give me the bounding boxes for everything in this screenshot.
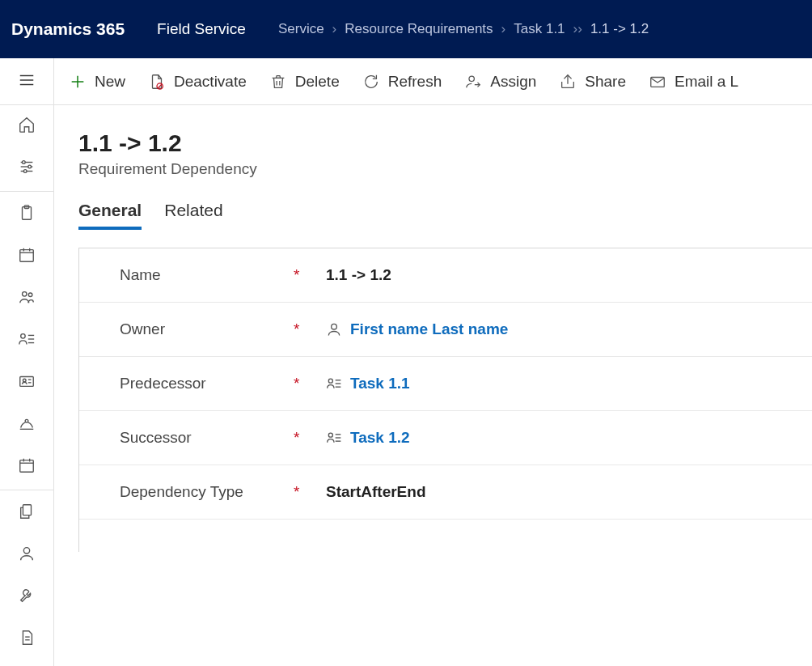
- svg-point-8: [23, 170, 27, 173]
- new-button[interactable]: New: [69, 73, 125, 91]
- svg-point-51: [328, 433, 332, 437]
- nav-clipboard[interactable]: [0, 193, 53, 235]
- field-label: Owner: [120, 320, 294, 338]
- email-label: Email a L: [675, 73, 738, 91]
- chevron-double-right-icon: ››: [573, 21, 582, 37]
- share-button[interactable]: Share: [559, 73, 626, 91]
- field-value[interactable]: 1.1 -> 1.2: [326, 266, 391, 284]
- field-value-lookup[interactable]: First name Last name: [326, 320, 508, 338]
- app-name[interactable]: Dynamics 365: [11, 19, 125, 39]
- successor-link[interactable]: Task 1.2: [350, 429, 410, 447]
- field-owner[interactable]: Owner * First name Last name: [79, 303, 812, 357]
- hamburger-icon: [18, 71, 36, 92]
- svg-point-44: [469, 76, 474, 81]
- required-indicator: *: [294, 483, 326, 501]
- nav-calendar-2[interactable]: [0, 446, 53, 488]
- svg-point-15: [23, 292, 27, 297]
- chevron-right-icon: ›: [501, 21, 506, 37]
- nav-service[interactable]: [0, 404, 53, 446]
- required-indicator: *: [294, 375, 326, 392]
- person-list-icon: [18, 330, 36, 351]
- refresh-icon: [362, 73, 380, 91]
- breadcrumb-task[interactable]: Task 1.1: [514, 21, 565, 37]
- tab-related[interactable]: Related: [164, 201, 222, 230]
- breadcrumb-service[interactable]: Service: [278, 21, 324, 37]
- refresh-button[interactable]: Refresh: [362, 73, 442, 91]
- left-nav-rail: [0, 58, 54, 666]
- field-value-lookup[interactable]: Task 1.2: [326, 429, 410, 447]
- nav-person-list[interactable]: [0, 320, 53, 362]
- nav-sliders[interactable]: [0, 147, 53, 189]
- field-label: Dependency Type: [120, 483, 294, 501]
- delete-button[interactable]: Delete: [269, 73, 340, 91]
- deactivate-button[interactable]: Deactivate: [148, 73, 247, 91]
- home-icon: [18, 116, 36, 137]
- nav-person[interactable]: [0, 534, 53, 576]
- svg-point-35: [23, 548, 29, 554]
- delete-label: Delete: [295, 73, 340, 91]
- command-bar: New Deactivate Delete Refresh: [54, 58, 812, 105]
- tab-general[interactable]: General: [78, 201, 142, 230]
- form-section-general: Name * 1.1 -> 1.2 Owner * First name Las…: [78, 248, 812, 552]
- predecessor-link[interactable]: Task 1.1: [350, 375, 410, 392]
- nav-divider: [0, 490, 53, 490]
- nav-wrench[interactable]: [0, 576, 53, 618]
- plus-icon: [69, 73, 87, 91]
- breadcrumb-current: 1.1 -> 1.2: [590, 21, 649, 37]
- nav-id-card[interactable]: [0, 362, 53, 404]
- service-icon: [18, 414, 36, 435]
- field-value[interactable]: StartAfterEnd: [326, 483, 426, 501]
- svg-point-22: [23, 379, 26, 382]
- svg-point-47: [328, 379, 332, 383]
- calendar-icon: [18, 456, 36, 477]
- field-predecessor[interactable]: Predecessor * Task 1.1: [79, 357, 812, 411]
- person-list-icon: [326, 375, 342, 392]
- field-successor[interactable]: Successor * Task 1.2: [79, 411, 812, 465]
- nav-document[interactable]: [0, 618, 53, 660]
- calendar-icon: [18, 246, 36, 267]
- documents-icon: [18, 503, 36, 524]
- svg-point-17: [21, 334, 26, 339]
- field-dependency-type[interactable]: Dependency Type * StartAfterEnd: [79, 465, 812, 520]
- nav-toggle[interactable]: [0, 58, 53, 105]
- field-value-lookup[interactable]: Task 1.1: [326, 375, 410, 392]
- svg-point-25: [25, 419, 28, 422]
- svg-rect-21: [20, 377, 34, 387]
- person-icon: [326, 321, 342, 337]
- assign-button[interactable]: Assign: [464, 73, 536, 91]
- breadcrumb-resource-requirements[interactable]: Resource Requirements: [345, 21, 493, 37]
- deactivate-icon: [148, 73, 166, 91]
- svg-point-7: [28, 165, 32, 168]
- nav-documents[interactable]: [0, 492, 53, 534]
- deactivate-label: Deactivate: [174, 73, 247, 91]
- field-label: Name: [120, 266, 294, 284]
- owner-link[interactable]: First name Last name: [350, 320, 508, 338]
- assign-label: Assign: [490, 73, 536, 91]
- required-indicator: *: [294, 429, 326, 447]
- field-label: Successor: [120, 429, 294, 447]
- person-icon: [18, 545, 36, 566]
- record-title: 1.1 -> 1.2: [78, 129, 812, 157]
- required-indicator: *: [294, 266, 326, 284]
- sliders-icon: [18, 158, 36, 179]
- record-entity-type: Requirement Dependency: [78, 160, 812, 178]
- record-header: 1.1 -> 1.2 Requirement Dependency: [54, 105, 812, 178]
- global-header: Dynamics 365 Field Service Service › Res…: [0, 0, 812, 58]
- clipboard-icon: [18, 204, 36, 225]
- form-tabs: General Related: [54, 178, 812, 230]
- field-name[interactable]: Name * 1.1 -> 1.2: [79, 248, 812, 303]
- person-list-icon: [326, 430, 342, 446]
- chevron-right-icon: ›: [332, 21, 337, 37]
- field-label: Predecessor: [120, 375, 294, 392]
- email-link-button[interactable]: Email a L: [649, 73, 738, 91]
- wrench-icon: [18, 587, 36, 608]
- refresh-label: Refresh: [388, 73, 442, 91]
- module-name[interactable]: Field Service: [157, 20, 246, 38]
- nav-people[interactable]: [0, 278, 53, 320]
- svg-point-16: [28, 293, 32, 297]
- nav-calendar-1[interactable]: [0, 235, 53, 278]
- nav-divider: [0, 191, 53, 192]
- required-indicator: *: [294, 320, 326, 338]
- document-icon: [18, 629, 36, 650]
- nav-home[interactable]: [0, 105, 53, 147]
